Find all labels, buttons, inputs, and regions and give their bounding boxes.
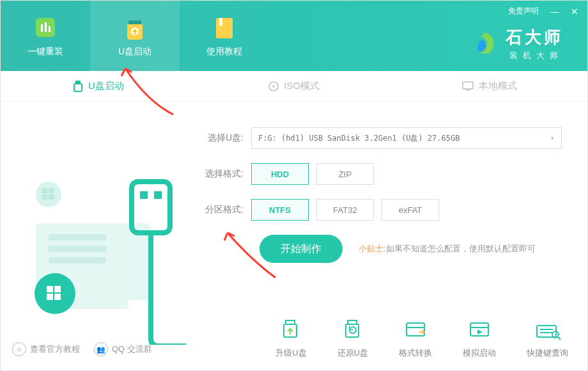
format-zip[interactable]: ZIP [316,163,374,185]
tip-text: 小贴士:如果不知道怎么配置，使用默认配置即可 [359,243,536,255]
svg-rect-15 [49,234,106,241]
brand-logo-icon [474,31,499,57]
tool-restore-usb[interactable]: 还原U盘 [337,319,368,359]
svg-rect-29 [140,191,148,199]
upgrade-usb-icon [279,319,302,342]
tool-simulate-boot[interactable]: 模拟启动 [463,319,496,359]
svg-rect-40 [537,326,556,337]
mode-tabs: U盘启动 ISO模式 本地模式 [1,71,587,102]
link-official-tutorial[interactable]: ≡ 查看官方教程 [12,342,80,356]
svg-rect-35 [346,324,359,337]
svg-rect-6 [219,18,222,26]
nav-label: U盘启动 [118,46,151,58]
minimize-button[interactable]: — [550,6,559,17]
svg-line-44 [558,337,561,340]
close-button[interactable]: ✕ [571,6,578,17]
tool-format-convert[interactable]: 格式转换 [399,319,432,359]
illustration [1,102,192,370]
brand: 石大师 装机大师 [474,26,563,61]
header: 一键重装 U盘启动 使用教程 免责声明 — ✕ 石大师 装机大师 [1,1,587,71]
svg-rect-30 [154,191,162,199]
svg-rect-25 [49,188,54,193]
footer-links: ≡ 查看官方教程 👥 QQ 交流群 [12,342,152,356]
content: 选择U盘: F:G: (hd1) USB SanDisk 3.2Gen1 (U盘… [1,102,587,370]
tab-local-mode[interactable]: 本地模式 [392,71,587,101]
monitor-icon [462,81,474,91]
svg-rect-36 [406,323,424,336]
brand-title: 石大师 [506,26,563,49]
tutorial-icon [211,14,238,41]
nav-tutorial[interactable]: 使用教程 [180,1,269,71]
partition-label: 分区格式: [199,204,244,216]
simulate-boot-icon [468,319,491,342]
svg-rect-26 [42,194,47,200]
tool-upgrade-usb[interactable]: 升级U盘 [275,319,306,359]
nav-usb-boot[interactable]: U盘启动 [90,1,180,71]
brand-subtitle: 装机大师 [509,50,563,61]
svg-rect-3 [49,26,50,32]
partition-fat32[interactable]: FAT32 [316,199,374,221]
usb-label: 选择U盘: [199,132,244,144]
reinstall-icon [32,14,59,41]
partition-exfat[interactable]: exFAT [382,199,439,221]
svg-rect-20 [54,286,61,292]
disclaimer-link[interactable]: 免责声明 [508,6,539,17]
nav-label: 一键重装 [27,46,63,58]
svg-rect-5 [216,18,233,38]
partition-ntfs[interactable]: NTFS [251,199,309,221]
start-button[interactable]: 开始制作 [259,235,343,263]
iso-icon [268,81,279,91]
nav-label: 使用教程 [206,46,242,58]
svg-rect-19 [47,286,53,292]
tip-label: 小贴士: [359,244,386,253]
tool-hotkey-query[interactable]: 快捷键查询 [527,319,568,359]
usb-select[interactable]: F:G: (hd1) USB SanDisk 3.2Gen1 (U盘) 27.6… [251,127,562,149]
chevron-down-icon: ▾ [550,134,555,143]
restore-usb-icon [341,319,364,342]
svg-rect-21 [47,294,53,300]
format-label: 选择格式: [199,168,244,180]
usb-boot-icon [121,14,148,41]
svg-rect-17 [49,257,106,264]
format-hdd[interactable]: HDD [251,163,309,185]
svg-rect-12 [466,90,470,91]
svg-rect-27 [49,194,54,200]
svg-rect-24 [42,188,47,193]
hotkey-query-icon [535,319,561,342]
tool-row: 升级U盘 还原U盘 格式转换 模拟启动 快捷键查询 [275,319,568,359]
link-qq-group[interactable]: 👥 QQ 交流群 [94,342,152,356]
svg-rect-38 [470,323,488,336]
qq-icon: 👥 [94,342,108,356]
svg-rect-16 [49,246,106,252]
usb-icon [73,81,83,92]
tab-usb-boot[interactable]: U盘启动 [1,71,196,101]
svg-rect-11 [463,82,473,89]
format-convert-icon [404,319,427,342]
svg-rect-1 [41,24,43,32]
svg-point-10 [272,85,275,88]
titlebar: 免责声明 — ✕ [508,6,578,17]
tab-iso-mode[interactable]: ISO模式 [196,71,392,101]
svg-rect-8 [74,84,82,91]
book-icon: ≡ [12,342,26,356]
svg-rect-2 [45,22,47,32]
svg-rect-22 [54,294,61,300]
nav-reinstall[interactable]: 一键重装 [1,1,90,71]
